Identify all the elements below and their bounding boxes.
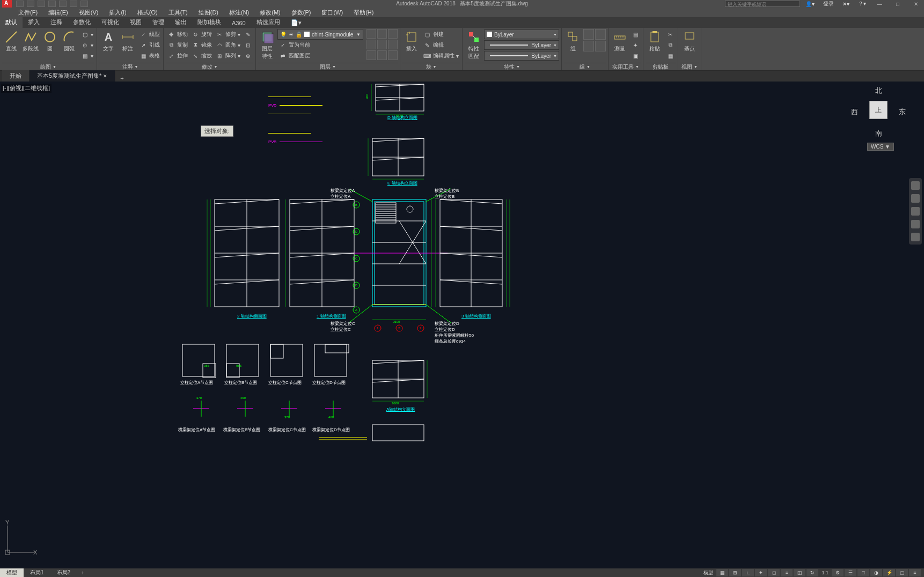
clip-copy[interactable]: ⧉ [665,40,676,50]
viewcube[interactable]: 北 南 东 西 上 WCS ▼ [854,86,903,156]
fillet-button[interactable]: ◠圆角 ▾ [214,40,241,50]
group-tool-1[interactable] [583,29,594,40]
qat-open[interactable] [27,1,34,7]
util-3[interactable]: ▣ [630,50,641,61]
ribbon-tab-output[interactable]: 输出 [170,17,192,28]
ribbon-tab-more[interactable]: 📄▾ [285,18,307,28]
block-editattr[interactable]: ⌨编辑属性 ▾ [422,50,460,61]
ribbon-tab-view[interactable]: 视图 [124,17,147,28]
measure-button[interactable]: 测量 [611,29,629,62]
menu-draw[interactable]: 绘图(D) [193,8,224,17]
ribbon-tab-insert[interactable]: 插入 [23,17,45,28]
maximize-button[interactable]: □ [890,0,906,8]
layer-props-button[interactable]: 图层 特性 [258,29,276,62]
layout-add[interactable]: + [77,570,89,576]
text-button[interactable]: A文字 [99,29,118,62]
qat-save[interactable] [38,1,45,7]
menu-file[interactable]: 文件(F) [13,8,43,17]
modify-extra-3[interactable]: ⊕ [243,50,253,61]
ribbon-tab-parametric[interactable]: 参数化 [68,17,96,28]
menu-insert[interactable]: 插入(I) [104,8,131,17]
move-button[interactable]: ✥移动 [166,29,189,40]
group-tool-4[interactable] [595,41,606,51]
util-1[interactable]: ▤ [630,29,641,40]
status-isolate-icon[interactable]: ◑ [870,569,882,576]
block-create[interactable]: ▢创建 [422,29,460,40]
status-ortho-icon[interactable]: ∟ [742,569,754,576]
nav-showmotion-icon[interactable] [911,233,920,241]
modify-extra-2[interactable]: ⊡ [243,40,253,50]
menu-modify[interactable]: 修改(M) [254,8,286,17]
qat-plot[interactable] [59,1,67,7]
search-input[interactable]: 键入关键字或短语 [725,1,800,7]
linetype-selector[interactable]: ByLayer [484,51,559,61]
draw-extra-1[interactable]: ▢▾ [79,29,94,40]
match-props-button[interactable]: 特性 匹配 [465,29,483,62]
qat-undo[interactable] [70,1,77,7]
layout2-tab[interactable]: 布局2 [50,568,77,577]
layer-tool-4[interactable] [366,40,376,49]
menu-edit[interactable]: 编辑(E) [43,8,74,17]
ribbon-tab-featured[interactable]: 精选应用 [251,17,285,28]
block-insert-button[interactable]: 插入 [402,29,421,62]
ribbon-tab-visualize[interactable]: 可视化 [96,17,124,28]
ribbon-tab-annotate[interactable]: 注释 [45,17,68,28]
status-polar-icon[interactable]: ✦ [755,569,767,576]
status-hardware-icon[interactable]: ⚡ [883,569,895,576]
ribbon-tab-a360[interactable]: A360 [226,18,251,28]
lineweight-selector[interactable]: ByLayer [484,40,559,50]
viewcube-top[interactable]: 上 [869,101,888,119]
menu-format[interactable]: 格式(O) [132,8,163,17]
status-lweight-icon[interactable]: ≡ [781,569,793,576]
qat-redo[interactable] [80,1,88,7]
layer-tool-6[interactable] [388,40,398,49]
polyline-button[interactable]: 多段线 [21,29,40,62]
status-clean-icon[interactable]: ▢ [896,569,908,576]
layer-tool-7[interactable] [366,50,376,60]
layer-tool-8[interactable] [377,50,387,60]
annot-leader[interactable]: ↗引线 [138,40,161,50]
status-model[interactable]: 模型 [701,569,715,576]
status-cycle-icon[interactable]: ↻ [806,569,818,576]
viewcube-north[interactable]: 北 [875,86,882,95]
paste-button[interactable]: 粘贴 [646,29,664,62]
ribbon-tab-addins[interactable]: 附加模块 [192,17,226,28]
status-snap-icon[interactable]: ⊞ [729,569,741,576]
clip-extra[interactable]: ▦ [665,50,676,61]
ribbon-tab-default[interactable]: 默认 [0,17,23,28]
viewcube-south[interactable]: 南 [875,129,882,138]
group-tool-2[interactable] [595,29,606,40]
annot-linetype[interactable]: ⟋线型 [138,29,161,40]
menu-dim[interactable]: 标注(N) [224,8,254,17]
nav-orbit-icon[interactable] [911,220,920,228]
layout1-tab[interactable]: 布局1 [24,568,50,577]
status-customize-icon[interactable]: ≡ [909,569,921,576]
login-button[interactable]: 登录 [820,0,837,8]
circle-button[interactable]: 圆 [41,29,59,62]
clip-cut[interactable]: ✂ [665,29,676,40]
status-monitor-icon[interactable]: □ [857,569,869,576]
layer-tool-2[interactable] [377,29,387,39]
help-icon[interactable]: ？▾ [855,0,869,8]
copy-button[interactable]: ⧉复制 [166,40,189,50]
layer-tool-1[interactable] [366,29,376,39]
wcs-label[interactable]: WCS ▼ [867,143,894,151]
doc-tab-start[interactable]: 开始 [2,70,30,82]
line-button[interactable]: 直线 [2,29,20,62]
menu-tools[interactable]: 工具(T) [163,8,193,17]
block-edit[interactable]: ✎编辑 [422,40,460,50]
dimension-button[interactable]: 标注 [119,29,137,62]
group-tool-3[interactable] [583,41,594,51]
status-annoscale-icon[interactable]: ⚙ [832,569,844,576]
drawing-canvas[interactable]: [-][俯视][二维线框] 选择对象: PV5 PV5 .g{stroke:#0… [0,82,924,568]
modify-extra-1[interactable]: ✎ [243,29,253,40]
status-osnap-icon[interactable]: ◻ [768,569,780,576]
array-button[interactable]: ⊞阵列 ▾ [214,50,241,61]
status-grid-icon[interactable]: ▦ [716,569,728,576]
layer-tool-5[interactable] [377,40,387,49]
color-selector[interactable]: ByLayer [484,29,559,39]
status-scale[interactable]: 1:1 [819,570,831,575]
ribbon-tab-manage[interactable]: 管理 [147,17,170,28]
base-button[interactable]: 基点 [680,29,699,62]
rotate-button[interactable]: ↻旋转 [190,29,213,40]
